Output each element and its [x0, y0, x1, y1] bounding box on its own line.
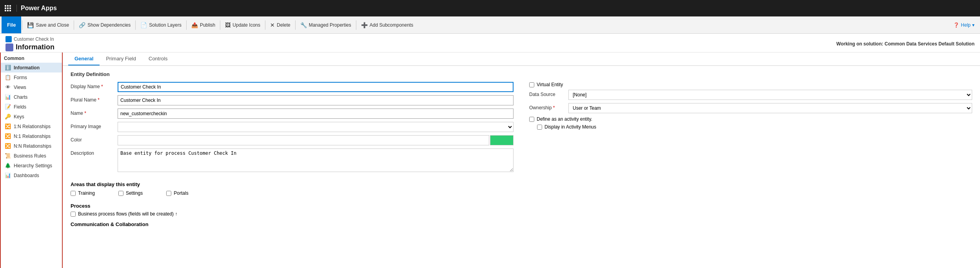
fields-icon: 📝: [5, 104, 11, 110]
add-subcomponents-button[interactable]: ➕ Add Subcomponents: [357, 16, 417, 33]
right-column: Virtual Entity Data Source [None] Owners…: [529, 82, 972, 175]
file-button[interactable]: File: [2, 16, 21, 33]
primary-image-select[interactable]: [118, 122, 514, 132]
toolbar-separator-1: [22, 20, 22, 30]
solution-layers-button[interactable]: 📄 Solution Layers: [136, 16, 185, 33]
color-label: Color: [71, 135, 118, 143]
color-input[interactable]: [118, 135, 489, 145]
charts-icon: 📊: [5, 94, 11, 100]
grid-icon[interactable]: [5, 5, 11, 11]
sidebar-item-n1-relationships[interactable]: 🔀 N:1 Relationships: [1, 131, 62, 141]
update-icons-icon: 🖼: [225, 22, 230, 28]
sidebar-item-label: Views: [14, 85, 26, 90]
save-close-button[interactable]: 💾 Save and Close: [23, 16, 73, 33]
settings-checkbox-row: Settings: [118, 190, 143, 196]
display-name-row: Display Name *: [71, 82, 514, 92]
sidebar-item-dashboards[interactable]: 📊 Dashboards: [1, 170, 62, 180]
sidebar-item-label: N:1 Relationships: [14, 134, 51, 139]
managed-properties-button[interactable]: 🔧 Managed Properties: [296, 16, 355, 33]
virtual-entity-row: Virtual Entity: [529, 82, 972, 87]
main-layout: Common ℹ️ Information 📋 Forms 👁 Views 📊 …: [0, 53, 980, 268]
display-name-input[interactable]: [118, 82, 514, 92]
define-activity-checkbox[interactable]: [529, 117, 534, 122]
breadcrumb-left: Customer Check In Information: [5, 36, 54, 51]
plural-name-row: Plural Name *: [71, 95, 514, 105]
virtual-entity-checkbox[interactable]: [529, 82, 534, 87]
hierarchy-icon: 🌲: [5, 163, 11, 168]
n1-icon: 🔀: [5, 133, 11, 139]
forms-icon: 📋: [5, 74, 11, 80]
description-textarea[interactable]: Base entity for process Customer Check I…: [118, 148, 514, 172]
data-source-select[interactable]: [None]: [568, 90, 972, 100]
sidebar-item-views[interactable]: 👁 Views: [1, 82, 62, 92]
description-label: Description: [71, 148, 118, 156]
working-on-label: Working on solution: Common Data Service…: [837, 41, 975, 47]
help-button[interactable]: ❓ Help ▾: [948, 16, 980, 33]
define-activity-row: Define as an activity entity.: [529, 116, 972, 122]
portals-label: Portals: [174, 190, 188, 196]
business-process-row: Business process flows (fields will be c…: [71, 211, 972, 217]
sidebar-item-1n-relationships[interactable]: 🔀 1:N Relationships: [1, 121, 62, 131]
data-source-label: Data Source: [529, 90, 568, 97]
show-dependencies-button[interactable]: 🔗 Show Dependencies: [75, 16, 134, 33]
portals-checkbox[interactable]: [166, 191, 171, 196]
sidebar-item-business-rules[interactable]: 📜 Business Rules: [1, 151, 62, 161]
sidebar-item-label: Business Rules: [14, 153, 46, 159]
tabs-bar: General Primary Field Controls: [63, 53, 980, 66]
sidebar-item-hierarchy-settings[interactable]: 🌲 Hierarchy Settings: [1, 161, 62, 170]
primary-image-row: Primary Image: [71, 122, 514, 132]
ownership-label: Ownership *: [529, 103, 568, 110]
app-title: Power Apps: [16, 5, 57, 12]
toolbar-separator-7: [295, 20, 296, 30]
virtual-entity-label: Virtual Entity: [537, 82, 563, 87]
description-row: Description Base entity for process Cust…: [71, 148, 514, 172]
sidebar-item-label: Information: [14, 65, 40, 71]
sidebar-item-charts[interactable]: 📊 Charts: [1, 92, 62, 102]
publish-button[interactable]: 📤 Publish: [187, 16, 219, 33]
data-source-row: Data Source [None]: [529, 90, 972, 100]
delete-button[interactable]: ✕ Delete: [266, 16, 294, 33]
areas-section: Areas that display this entity Training …: [71, 181, 972, 198]
business-process-label: Business process flows (fields will be c…: [78, 211, 177, 217]
sidebar-item-label: Forms: [14, 75, 27, 80]
color-swatch[interactable]: [490, 135, 514, 145]
sidebar-item-forms[interactable]: 📋 Forms: [1, 72, 62, 82]
toolbar-separator-2: [74, 20, 74, 30]
sidebar-item-label: Keys: [14, 114, 24, 120]
color-row: Color: [71, 135, 514, 145]
1n-icon: 🔀: [5, 123, 11, 129]
content-area: General Primary Field Controls Entity De…: [63, 53, 980, 268]
tab-primary-field[interactable]: Primary Field: [100, 53, 142, 65]
information-icon: ℹ️: [5, 65, 11, 71]
settings-checkbox[interactable]: [118, 191, 123, 196]
breadcrumb-bar: Customer Check In Information Working on…: [0, 34, 980, 53]
ownership-select[interactable]: User or Team: [568, 103, 972, 113]
left-column: Display Name * Plural Name * Name *: [71, 82, 514, 175]
portals-checkbox-row: Portals: [166, 190, 188, 196]
display-activity-menus-checkbox[interactable]: [537, 125, 542, 130]
nn-icon: 🔀: [5, 143, 11, 149]
sidebar-item-fields[interactable]: 📝 Fields: [1, 102, 62, 112]
name-label: Name *: [71, 109, 118, 116]
solution-layers-icon: 📄: [140, 22, 147, 28]
business-process-checkbox[interactable]: [71, 212, 76, 217]
training-checkbox[interactable]: [71, 191, 76, 196]
breadcrumb: Customer Check In: [5, 36, 54, 42]
sidebar-section-title: Common: [1, 53, 62, 63]
update-icons-button[interactable]: 🖼 Update Icons: [221, 16, 264, 33]
sidebar-item-keys[interactable]: 🔑 Keys: [1, 112, 62, 121]
ownership-row: Ownership * User or Team: [529, 103, 972, 113]
breadcrumb-parent: Customer Check In: [14, 36, 54, 42]
sidebar-item-information[interactable]: ℹ️ Information: [1, 63, 62, 72]
sidebar-item-label: Dashboards: [14, 173, 39, 178]
sidebar-item-nn-relationships[interactable]: 🔀 N:N Relationships: [1, 141, 62, 151]
communication-title: Communication & Collaboration: [71, 221, 972, 227]
define-activity-label: Define as an activity entity.: [537, 116, 592, 122]
tab-general[interactable]: General: [68, 53, 100, 65]
tab-controls[interactable]: Controls: [142, 53, 174, 65]
toolbar-separator-8: [356, 20, 356, 30]
plural-name-input[interactable]: [118, 95, 514, 105]
name-input[interactable]: [118, 109, 514, 119]
add-subcomponents-icon: ➕: [361, 22, 368, 28]
dependencies-icon: 🔗: [79, 22, 85, 28]
